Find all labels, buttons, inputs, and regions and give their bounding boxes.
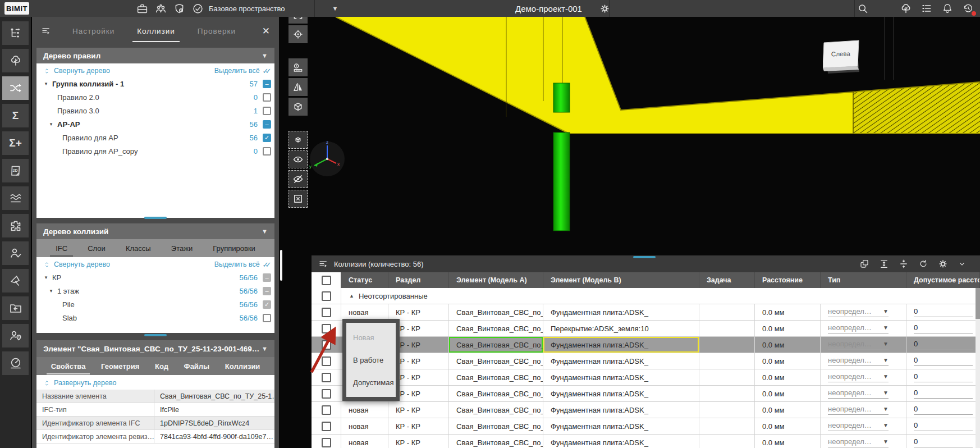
type-dropdown[interactable]: неопредел…▼ bbox=[828, 437, 889, 447]
tree-checkbox[interactable]: ✓ bbox=[263, 134, 271, 142]
type-dropdown[interactable]: неопредел…▼ bbox=[828, 356, 889, 366]
user-location-icon[interactable] bbox=[2, 324, 29, 348]
bell-icon[interactable] bbox=[941, 2, 954, 15]
select-all-link[interactable]: Выделить всё✓✓ bbox=[214, 67, 270, 75]
tree-checkbox[interactable]: – bbox=[263, 120, 271, 129]
collision-row[interactable]: новаяКР - КРСвая_Винтовая_СВС_по_ТУ_Пере… bbox=[312, 321, 980, 337]
collapse-tree-link[interactable]: Свернуть дерево bbox=[43, 67, 110, 75]
workspace-selector[interactable]: Базовое пространство ▼ bbox=[209, 0, 338, 17]
tree-checkbox[interactable] bbox=[263, 314, 271, 322]
isolate-cube-icon[interactable] bbox=[288, 131, 308, 149]
collision-tree-header[interactable]: Дерево коллизий ▼ bbox=[36, 223, 274, 239]
measure-icon[interactable] bbox=[288, 58, 308, 76]
allowed-distance-input[interactable]: 0 bbox=[914, 405, 973, 415]
briefcase-icon[interactable] bbox=[136, 2, 148, 15]
tab-checks[interactable]: Проверки bbox=[196, 24, 237, 39]
collapse-group-icon[interactable]: ▲ bbox=[349, 293, 354, 299]
collision-row[interactable]: новаяКР - КРСвая_Винтовая_СВС_по_ТУ_Фунд… bbox=[312, 369, 980, 386]
column-header[interactable]: Допустимое расстояние bbox=[906, 272, 980, 288]
show-eye-icon[interactable] bbox=[288, 150, 308, 168]
row-checkbox[interactable] bbox=[322, 389, 331, 399]
allowed-distance-input[interactable]: 0 bbox=[914, 372, 973, 382]
sigma-icon[interactable]: Σ bbox=[2, 104, 29, 127]
row-checkbox[interactable] bbox=[322, 422, 331, 431]
section-resize-handle[interactable] bbox=[144, 334, 167, 336]
select-all-checkbox[interactable] bbox=[312, 272, 341, 288]
row-checkbox[interactable] bbox=[322, 308, 331, 317]
tree-checkbox[interactable]: ✓ bbox=[263, 300, 271, 309]
allowed-distance-input[interactable]: 0 bbox=[914, 437, 973, 447]
search-icon[interactable] bbox=[857, 2, 869, 15]
allowed-distance-input[interactable]: 0 bbox=[914, 340, 973, 350]
tree-item[interactable]: Правило 2.00 bbox=[36, 90, 274, 104]
tree-checkbox[interactable]: – bbox=[263, 273, 271, 282]
tree-checkbox[interactable]: – bbox=[263, 287, 271, 295]
panel-resize-grip[interactable] bbox=[280, 250, 282, 281]
puzzle-icon[interactable] bbox=[2, 214, 29, 237]
project-settings-gear-icon[interactable] bbox=[599, 0, 610, 17]
element-header[interactable]: Элемент "Свая_Винтовая_СВС_по_ТУ_25-11-2… bbox=[36, 340, 274, 357]
collision-tree-tab-Слои[interactable]: Слои bbox=[86, 241, 107, 255]
close-icon[interactable]: ✕ bbox=[262, 25, 270, 37]
table-resize-handle[interactable] bbox=[633, 256, 656, 258]
tree-checkbox[interactable]: – bbox=[263, 80, 271, 88]
collision-row[interactable]: новаяКР - КРСвая_Винтовая_СВС_по_ТУ_Фунд… bbox=[312, 353, 980, 369]
column-header[interactable]: Задача bbox=[699, 272, 755, 288]
menu-item-В работе[interactable]: В работе bbox=[346, 354, 396, 367]
drawing-2d-icon[interactable]: 2D bbox=[2, 159, 29, 182]
expand-tree-link[interactable]: Развернуть дерево bbox=[43, 379, 116, 387]
tree-checkbox[interactable] bbox=[263, 147, 271, 156]
sigma-plus-icon[interactable]: Σ+ bbox=[2, 131, 29, 155]
panel-menu-icon[interactable] bbox=[41, 26, 51, 36]
charts-icon[interactable] bbox=[2, 186, 29, 210]
quality-shield-icon[interactable] bbox=[173, 2, 185, 15]
pile-green[interactable] bbox=[553, 132, 570, 231]
team-icon[interactable] bbox=[154, 2, 167, 15]
tab-settings[interactable]: Настройки bbox=[71, 24, 116, 39]
collision-row[interactable]: новаяКР - КРСвая_Винтовая_СВС_по_ТУ_Фунд… bbox=[312, 386, 980, 402]
column-header[interactable]: Статус bbox=[341, 272, 388, 288]
menu-item-Допустимая[interactable]: Допустимая bbox=[346, 376, 396, 389]
select-all-link[interactable]: Выделить всё✓✓ bbox=[214, 260, 270, 269]
tree-item[interactable]: Правило для АР_copy0 bbox=[36, 144, 274, 158]
expand-rows-icon[interactable] bbox=[879, 259, 889, 269]
collision-tree-tab-Этажи[interactable]: Этажи bbox=[170, 241, 194, 255]
tree-item[interactable]: ▾1 этаж56/56– bbox=[36, 284, 274, 298]
shuffle-icon[interactable] bbox=[2, 76, 29, 100]
expander-icon[interactable]: ▾ bbox=[43, 81, 49, 86]
column-header[interactable]: Элемент (Модель B) bbox=[543, 272, 699, 288]
collapse-tree-link[interactable]: Свернуть дерево bbox=[43, 260, 110, 268]
column-header[interactable]: Раздел bbox=[388, 272, 449, 288]
collision-tree-tab-IFC[interactable]: IFC bbox=[54, 241, 68, 255]
tab-collisions[interactable]: Коллизии bbox=[136, 24, 176, 39]
collapse-rows-icon[interactable] bbox=[899, 259, 909, 269]
expander-icon[interactable]: ▾ bbox=[48, 121, 54, 127]
refresh-icon[interactable] bbox=[918, 259, 928, 269]
collision-row[interactable]: новаяКР - КРСвая_Винтовая_СВС_по_ТУ_Фунд… bbox=[312, 304, 980, 321]
row-checkbox[interactable] bbox=[322, 438, 331, 447]
tree-item[interactable]: Slab56/56 bbox=[36, 311, 274, 324]
row-checkbox[interactable] bbox=[322, 405, 331, 415]
nature-tree-icon[interactable] bbox=[2, 49, 29, 72]
pile-green[interactable] bbox=[553, 83, 570, 112]
locate-icon[interactable] bbox=[288, 25, 308, 43]
tree-item[interactable]: Pile56/56✓ bbox=[36, 298, 274, 311]
type-dropdown[interactable]: неопредел…▼ bbox=[828, 421, 889, 431]
row-checkbox[interactable] bbox=[322, 291, 331, 301]
section-box-icon[interactable] bbox=[288, 98, 308, 116]
element-tab-Код[interactable]: Код bbox=[154, 359, 170, 373]
type-dropdown[interactable]: неопредел…▼ bbox=[828, 372, 889, 382]
group-row[interactable]: ▲Неотсортированные bbox=[312, 288, 980, 304]
collision-tree-tab-Группировки[interactable]: Группировки bbox=[212, 241, 257, 255]
tree-item[interactable]: ▾КР56/56– bbox=[36, 271, 274, 284]
trowel-icon[interactable] bbox=[2, 269, 29, 292]
mirror-icon[interactable] bbox=[288, 78, 308, 96]
allowed-distance-input[interactable]: 0 bbox=[914, 307, 973, 317]
clear-square-icon[interactable] bbox=[288, 190, 308, 208]
tree-item[interactable]: Правило 3.01 bbox=[36, 104, 274, 117]
type-dropdown[interactable]: неопредел…▼ bbox=[828, 323, 889, 333]
structure-tree-icon[interactable] bbox=[2, 21, 29, 45]
type-dropdown[interactable]: неопредел…▼ bbox=[828, 388, 889, 399]
model-tree-icon[interactable] bbox=[900, 2, 912, 15]
check-circle-icon[interactable] bbox=[191, 2, 204, 15]
